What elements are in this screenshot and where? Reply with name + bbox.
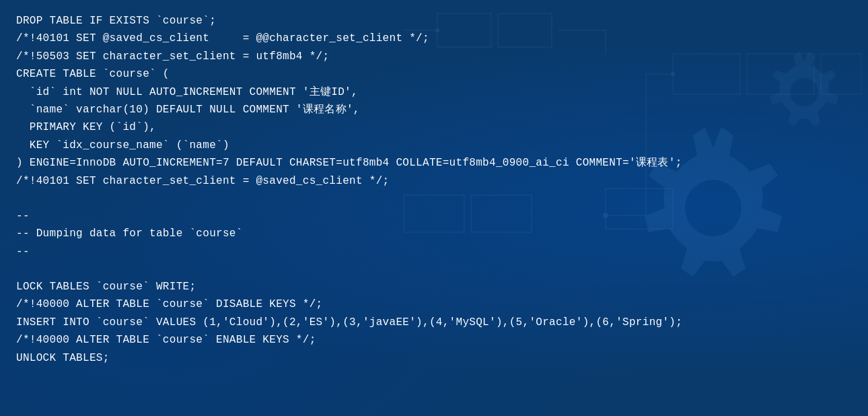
- data-line-5: UNLOCK TABLES;: [16, 349, 852, 367]
- blank-line-1: [16, 190, 852, 207]
- code-line-10: /*!40101 SET character_set_client = @sav…: [16, 172, 852, 190]
- comment-line-3: --: [16, 243, 852, 261]
- data-line-3: INSERT INTO `course` VALUES (1,'Cloud'),…: [16, 314, 852, 331]
- comment-line-2: -- Dumping data for table `course`: [16, 225, 852, 242]
- code-line-6: `name` varchar(10) DEFAULT NULL COMMENT …: [16, 101, 852, 118]
- data-line-2: /*!40000 ALTER TABLE `course` DISABLE KE…: [16, 296, 852, 313]
- code-line-8: KEY `idx_course_name` (`name`): [16, 137, 852, 154]
- blank-line-2: [16, 261, 852, 278]
- code-container: DROP TABLE IF EXISTS `course`; /*!40101 …: [0, 0, 868, 416]
- code-line-4: CREATE TABLE `course` (: [16, 65, 852, 83]
- data-line-1: LOCK TABLES `course` WRITE;: [16, 278, 852, 296]
- code-line-3: /*!50503 SET character_set_client = utf8…: [16, 48, 852, 65]
- code-line-7: PRIMARY KEY (`id`),: [16, 118, 852, 136]
- code-line-2: /*!40101 SET @saved_cs_client = @@charac…: [16, 30, 852, 47]
- comment-line-1: --: [16, 207, 852, 225]
- code-line-5: `id` int NOT NULL AUTO_INCREMENT COMMENT…: [16, 83, 852, 101]
- code-line-9: ) ENGINE=InnoDB AUTO_INCREMENT=7 DEFAULT…: [16, 154, 852, 172]
- data-line-4: /*!40000 ALTER TABLE `course` ENABLE KEY…: [16, 331, 852, 349]
- code-line-1: DROP TABLE IF EXISTS `course`;: [16, 12, 852, 30]
